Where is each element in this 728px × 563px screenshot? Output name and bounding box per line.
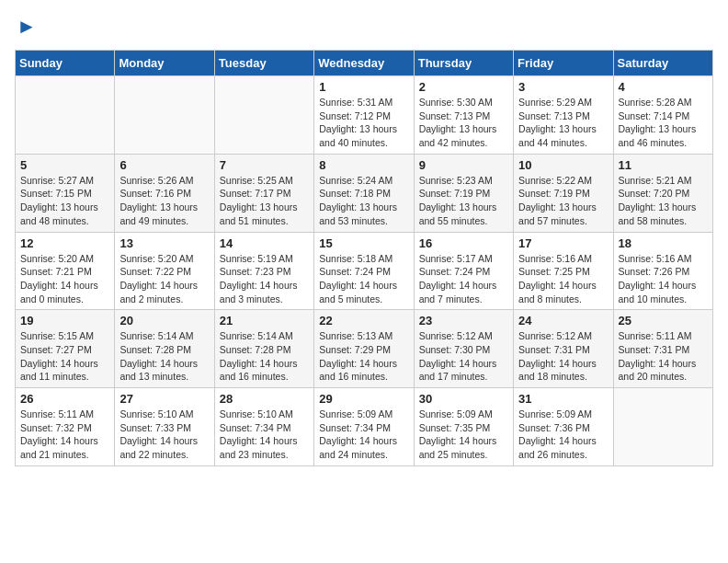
weekday-header-friday: Friday bbox=[514, 51, 613, 76]
day-info: Sunrise: 5:10 AM Sunset: 7:34 PM Dayligh… bbox=[220, 408, 309, 462]
calendar-cell bbox=[115, 76, 214, 155]
day-info: Sunrise: 5:20 AM Sunset: 7:22 PM Dayligh… bbox=[119, 252, 209, 306]
day-info: Sunrise: 5:14 AM Sunset: 7:28 PM Dayligh… bbox=[119, 329, 209, 384]
calendar-cell: 7Sunrise: 5:25 AM Sunset: 7:17 PM Daylig… bbox=[214, 154, 313, 232]
day-number: 23 bbox=[419, 314, 508, 327]
day-info: Sunrise: 5:23 AM Sunset: 7:19 PM Dayligh… bbox=[419, 174, 508, 228]
day-number: 10 bbox=[518, 158, 608, 172]
calendar-cell: 4Sunrise: 5:28 AM Sunset: 7:14 PM Daylig… bbox=[613, 76, 712, 155]
weekday-header-monday: Monday bbox=[115, 51, 214, 76]
calendar-cell: 30Sunrise: 5:09 AM Sunset: 7:35 PM Dayli… bbox=[414, 388, 513, 466]
day-number: 27 bbox=[119, 392, 209, 406]
day-info: Sunrise: 5:22 AM Sunset: 7:19 PM Dayligh… bbox=[518, 174, 608, 228]
calendar-table: SundayMondayTuesdayWednesdayThursdayFrid… bbox=[15, 50, 713, 466]
calendar-week-row: 26Sunrise: 5:11 AM Sunset: 7:32 PM Dayli… bbox=[16, 388, 713, 466]
day-info: Sunrise: 5:16 AM Sunset: 7:25 PM Dayligh… bbox=[518, 252, 608, 306]
day-info: Sunrise: 5:28 AM Sunset: 7:14 PM Dayligh… bbox=[619, 96, 708, 150]
day-info: Sunrise: 5:11 AM Sunset: 7:31 PM Dayligh… bbox=[619, 329, 708, 384]
calendar-cell: 27Sunrise: 5:10 AM Sunset: 7:33 PM Dayli… bbox=[115, 388, 214, 466]
day-info: Sunrise: 5:16 AM Sunset: 7:26 PM Dayligh… bbox=[619, 252, 708, 306]
day-number: 19 bbox=[20, 314, 109, 327]
day-number: 2 bbox=[419, 80, 508, 94]
calendar-cell: 17Sunrise: 5:16 AM Sunset: 7:25 PM Dayli… bbox=[514, 232, 613, 310]
calendar-cell: 8Sunrise: 5:24 AM Sunset: 7:18 PM Daylig… bbox=[314, 154, 414, 232]
day-number: 4 bbox=[619, 80, 708, 94]
day-number: 18 bbox=[619, 236, 708, 250]
calendar-cell: 12Sunrise: 5:20 AM Sunset: 7:21 PM Dayli… bbox=[16, 232, 115, 310]
calendar-cell: 24Sunrise: 5:12 AM Sunset: 7:31 PM Dayli… bbox=[514, 310, 613, 388]
day-info: Sunrise: 5:10 AM Sunset: 7:33 PM Dayligh… bbox=[119, 408, 209, 462]
calendar-week-row: 12Sunrise: 5:20 AM Sunset: 7:21 PM Dayli… bbox=[16, 232, 713, 310]
calendar-cell: 15Sunrise: 5:18 AM Sunset: 7:24 PM Dayli… bbox=[314, 232, 414, 310]
day-number: 11 bbox=[619, 158, 708, 172]
day-info: Sunrise: 5:13 AM Sunset: 7:29 PM Dayligh… bbox=[319, 329, 408, 384]
day-info: Sunrise: 5:18 AM Sunset: 7:24 PM Dayligh… bbox=[319, 252, 408, 306]
day-number: 29 bbox=[319, 392, 408, 406]
day-number: 9 bbox=[419, 158, 508, 172]
day-info: Sunrise: 5:29 AM Sunset: 7:13 PM Dayligh… bbox=[518, 96, 608, 150]
day-info: Sunrise: 5:09 AM Sunset: 7:35 PM Dayligh… bbox=[419, 408, 508, 462]
calendar-cell: 9Sunrise: 5:23 AM Sunset: 7:19 PM Daylig… bbox=[414, 154, 513, 232]
day-number: 30 bbox=[419, 392, 508, 406]
calendar-cell: 18Sunrise: 5:16 AM Sunset: 7:26 PM Dayli… bbox=[613, 232, 712, 310]
calendar-cell: 6Sunrise: 5:26 AM Sunset: 7:16 PM Daylig… bbox=[115, 154, 214, 232]
calendar-week-row: 5Sunrise: 5:27 AM Sunset: 7:15 PM Daylig… bbox=[16, 154, 713, 232]
day-number: 12 bbox=[20, 236, 109, 250]
weekday-header-tuesday: Tuesday bbox=[214, 51, 313, 76]
day-info: Sunrise: 5:25 AM Sunset: 7:17 PM Dayligh… bbox=[220, 174, 309, 228]
day-number: 3 bbox=[518, 80, 608, 94]
day-number: 28 bbox=[220, 392, 309, 406]
weekday-header-wednesday: Wednesday bbox=[314, 51, 414, 76]
day-number: 1 bbox=[319, 80, 408, 94]
day-info: Sunrise: 5:14 AM Sunset: 7:28 PM Dayligh… bbox=[220, 329, 309, 384]
calendar-week-row: 19Sunrise: 5:15 AM Sunset: 7:27 PM Dayli… bbox=[16, 310, 713, 388]
day-info: Sunrise: 5:11 AM Sunset: 7:32 PM Dayligh… bbox=[20, 408, 109, 462]
calendar-cell: 11Sunrise: 5:21 AM Sunset: 7:20 PM Dayli… bbox=[613, 154, 712, 232]
calendar-cell: 3Sunrise: 5:29 AM Sunset: 7:13 PM Daylig… bbox=[514, 76, 613, 155]
calendar-cell: 29Sunrise: 5:09 AM Sunset: 7:34 PM Dayli… bbox=[314, 388, 414, 466]
calendar-cell bbox=[16, 76, 115, 155]
day-info: Sunrise: 5:27 AM Sunset: 7:15 PM Dayligh… bbox=[20, 174, 109, 228]
calendar-cell: 19Sunrise: 5:15 AM Sunset: 7:27 PM Dayli… bbox=[16, 310, 115, 388]
weekday-header-thursday: Thursday bbox=[414, 51, 513, 76]
day-number: 16 bbox=[419, 236, 508, 250]
day-number: 22 bbox=[319, 314, 408, 327]
day-number: 15 bbox=[319, 236, 408, 250]
day-number: 5 bbox=[20, 158, 109, 172]
day-number: 14 bbox=[220, 236, 309, 250]
calendar-cell: 22Sunrise: 5:13 AM Sunset: 7:29 PM Dayli… bbox=[314, 310, 414, 388]
calendar-cell: 26Sunrise: 5:11 AM Sunset: 7:32 PM Dayli… bbox=[16, 388, 115, 466]
day-number: 21 bbox=[220, 314, 309, 327]
calendar-cell: 23Sunrise: 5:12 AM Sunset: 7:30 PM Dayli… bbox=[414, 310, 513, 388]
day-info: Sunrise: 5:17 AM Sunset: 7:24 PM Dayligh… bbox=[419, 252, 508, 306]
calendar-cell: 20Sunrise: 5:14 AM Sunset: 7:28 PM Dayli… bbox=[115, 310, 214, 388]
logo: ► bbox=[15, 15, 39, 39]
day-info: Sunrise: 5:26 AM Sunset: 7:16 PM Dayligh… bbox=[119, 174, 209, 228]
day-number: 7 bbox=[220, 158, 309, 172]
day-info: Sunrise: 5:09 AM Sunset: 7:36 PM Dayligh… bbox=[518, 408, 608, 462]
day-number: 24 bbox=[518, 314, 608, 327]
calendar-cell: 16Sunrise: 5:17 AM Sunset: 7:24 PM Dayli… bbox=[414, 232, 513, 310]
page-header: ► bbox=[15, 15, 713, 39]
day-info: Sunrise: 5:30 AM Sunset: 7:13 PM Dayligh… bbox=[419, 96, 508, 150]
calendar-cell: 28Sunrise: 5:10 AM Sunset: 7:34 PM Dayli… bbox=[214, 388, 313, 466]
day-number: 8 bbox=[319, 158, 408, 172]
day-info: Sunrise: 5:09 AM Sunset: 7:34 PM Dayligh… bbox=[319, 408, 408, 462]
calendar-cell bbox=[613, 388, 712, 466]
day-info: Sunrise: 5:24 AM Sunset: 7:18 PM Dayligh… bbox=[319, 174, 408, 228]
day-number: 13 bbox=[119, 236, 209, 250]
day-number: 25 bbox=[619, 314, 708, 327]
calendar-cell: 21Sunrise: 5:14 AM Sunset: 7:28 PM Dayli… bbox=[214, 310, 313, 388]
day-info: Sunrise: 5:12 AM Sunset: 7:31 PM Dayligh… bbox=[518, 329, 608, 384]
calendar-cell: 14Sunrise: 5:19 AM Sunset: 7:23 PM Dayli… bbox=[214, 232, 313, 310]
calendar-cell: 1Sunrise: 5:31 AM Sunset: 7:12 PM Daylig… bbox=[314, 76, 414, 155]
calendar-cell bbox=[214, 76, 313, 155]
calendar-cell: 10Sunrise: 5:22 AM Sunset: 7:19 PM Dayli… bbox=[514, 154, 613, 232]
day-info: Sunrise: 5:20 AM Sunset: 7:21 PM Dayligh… bbox=[20, 252, 109, 306]
calendar-week-row: 1Sunrise: 5:31 AM Sunset: 7:12 PM Daylig… bbox=[16, 76, 713, 155]
day-number: 26 bbox=[20, 392, 109, 406]
day-number: 6 bbox=[119, 158, 209, 172]
day-info: Sunrise: 5:21 AM Sunset: 7:20 PM Dayligh… bbox=[619, 174, 708, 228]
day-info: Sunrise: 5:31 AM Sunset: 7:12 PM Dayligh… bbox=[319, 96, 408, 150]
day-number: 17 bbox=[518, 236, 608, 250]
